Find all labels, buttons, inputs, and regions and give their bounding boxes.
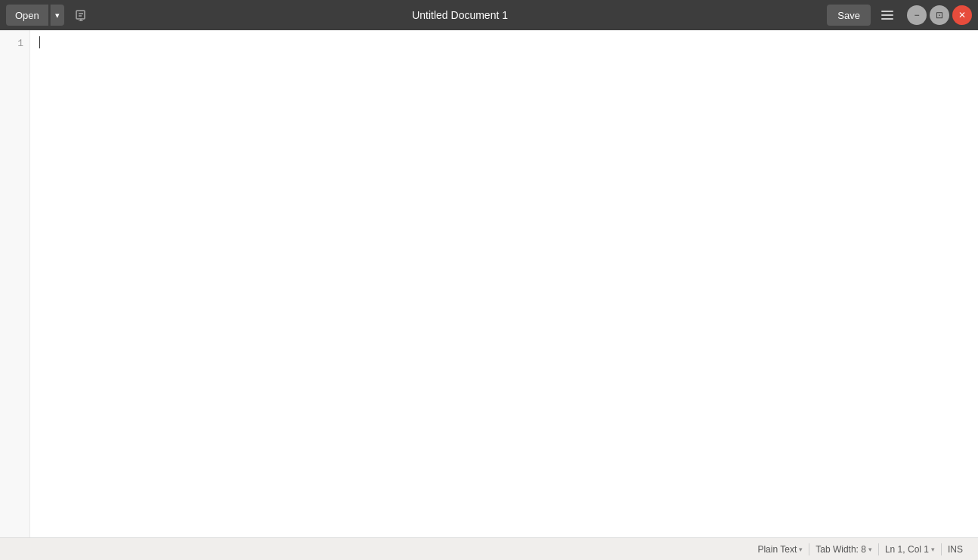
tab-width-selector[interactable]: Tab Width: 8 ▾ [809,538,878,560]
menu-button[interactable] [874,5,901,26]
new-tab-icon [75,9,87,21]
cursor-position-dropdown-arrow: ▾ [931,546,935,553]
open-dropdown-arrow: ▾ [55,11,60,20]
language-dropdown-arrow: ▾ [799,546,803,553]
minimize-icon: − [914,10,919,20]
maximize-icon: ⊡ [936,10,943,20]
language-label: Plain Text [757,544,797,555]
titlebar-left: Open ▾ [6,5,93,26]
editor-container: 1 [0,30,978,537]
close-button[interactable]: ✕ [952,5,972,25]
window-controls: − ⊡ ✕ [907,5,972,25]
language-selector[interactable]: Plain Text ▾ [751,538,809,560]
statusbar: Plain Text ▾ Tab Width: 8 ▾ Ln 1, Col 1 … [0,537,978,560]
tab-width-dropdown-arrow: ▾ [868,546,872,553]
svg-rect-0 [76,11,85,19]
titlebar-right: Save − ⊡ ✕ [827,5,972,26]
minimize-button[interactable]: − [907,5,927,25]
open-button[interactable]: Open [6,5,48,26]
cursor-position-label: Ln 1, Col 1 [885,544,929,555]
editor-content[interactable] [30,30,978,537]
line-numbers: 1 [0,30,30,537]
line-number-1: 1 [6,36,23,52]
text-cursor [39,36,40,48]
ins-indicator: INS [942,544,969,555]
open-dropdown-button[interactable]: ▾ [50,5,64,26]
cursor-position[interactable]: Ln 1, Col 1 ▾ [879,538,941,560]
tab-width-label: Tab Width: 8 [816,544,866,555]
new-tab-button[interactable] [69,5,93,26]
hamburger-icon [880,9,895,21]
save-button[interactable]: Save [827,5,871,26]
titlebar-title: Untitled Document 1 [96,9,825,21]
titlebar: Open ▾ Untitled Document 1 Save [0,0,978,30]
close-icon: ✕ [958,10,966,20]
maximize-button[interactable]: ⊡ [930,5,949,25]
